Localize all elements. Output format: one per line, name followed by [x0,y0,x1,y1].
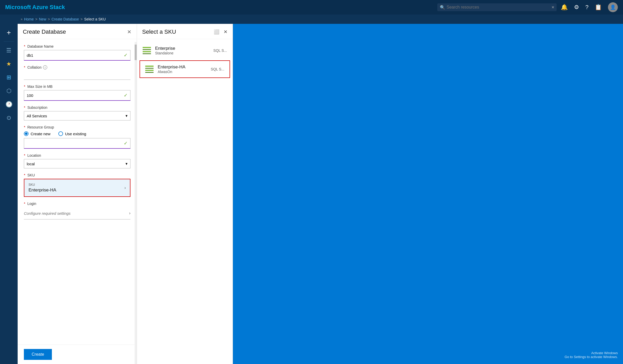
panel-header: Create Database ✕ [18,24,137,39]
use-existing-radio[interactable]: Use existing [58,131,86,136]
feedback-icon[interactable]: 📋 [595,4,602,11]
notifications-icon[interactable]: 🔔 [561,4,568,11]
sku-chevron-icon: › [124,185,126,190]
activate-windows-message: Activate Windows Go to Settings to activ… [565,351,618,359]
login-selector[interactable]: Configure required settings › [24,207,130,219]
location-chevron-icon: ▾ [126,161,128,166]
max-size-check-icon: ✓ [124,92,128,98]
sidebar-item-resources[interactable]: ⬡ [2,85,16,97]
panel-title: Create Database [23,28,66,35]
subscription-group: * Subscription All Services ▾ [24,105,130,120]
clock-icon: 🕐 [5,101,12,108]
breadcrumb-new[interactable]: New [39,17,46,21]
sku-item-enterprise-ha[interactable]: Enterprise-HA AlwasOn SQL S... [140,60,230,78]
database-name-input-row: db1 ✓ [24,50,130,61]
database-name-label: * Database Name [24,44,130,48]
sku-close-button[interactable]: ✕ [224,29,227,35]
right-area [233,24,623,364]
create-new-radio-circle [24,131,29,136]
globe-icon: ⊙ [6,115,11,121]
main-area: Create Database ✕ * Database Name db1 ✓ … [18,24,623,364]
collation-group: * Collation i SQL_Latin1_General_CP1_CI_… [24,65,130,80]
sidebar: + ☰ ★ ⊞ ⬡ 🕐 ⊙ [0,24,18,364]
max-size-field[interactable]: 100 [27,93,124,98]
sidebar-item-globe[interactable]: ⊙ [2,112,16,124]
location-dropdown[interactable]: local ▾ [24,159,130,168]
sku-item-enterprise[interactable]: Enterprise Standalone SQL S... [137,42,233,59]
sidebar-item-recent[interactable]: 🕐 [2,98,16,111]
sku-selector[interactable]: SKU Enterprise-HA › [24,179,130,197]
panel-footer: Create [18,345,137,364]
location-group: * Location local ▾ [24,153,130,168]
search-wrapper: 🔍 ✕ [437,3,557,11]
sku-panel-title: Select a SKU [142,28,176,35]
breadcrumb: » Home > New > Create Database > Select … [0,15,623,24]
database-name-check-icon: ✓ [124,52,128,58]
sidebar-item-menu[interactable]: ☰ [2,44,16,57]
resource-group-field[interactable]: sql-aoag-db [27,141,124,146]
breadcrumb-create-database[interactable]: Create Database [51,17,79,21]
search-input[interactable] [437,3,557,11]
panel-close-button[interactable]: ✕ [127,29,131,34]
login-chevron-icon: › [129,211,130,216]
search-clear-icon[interactable]: ✕ [551,5,555,9]
dropdown-chevron-icon: ▾ [126,113,128,118]
create-button[interactable]: Create [24,349,52,360]
settings-icon[interactable]: ⚙ [574,4,579,11]
resource-group-radio-group: Create new Use existing [24,131,130,136]
max-size-group: * Max Size in MB 100 ✓ [24,84,130,101]
subscription-dropdown[interactable]: All Services ▾ [24,111,130,120]
create-new-radio[interactable]: Create new [24,131,51,136]
star-icon: ★ [6,61,11,67]
topbar-icons: 🔔 ⚙ ? 📋 👤 [561,2,618,12]
scrollbar-track [135,42,137,364]
sidebar-plus-button[interactable]: + [2,26,16,39]
resource-group-input-row: sql-aoag-db ✓ [24,138,130,149]
plus-icon: + [7,28,11,37]
create-database-panel: Create Database ✕ * Database Name db1 ✓ … [18,24,137,364]
sidebar-item-favorites[interactable]: ★ [2,58,16,70]
select-sku-panel: Select a SKU ⬜ ✕ Enterprise Standalone [137,24,233,364]
database-name-field[interactable]: db1 [27,53,124,58]
menu-icon: ☰ [6,47,11,54]
use-existing-radio-circle [58,131,63,136]
scrollbar-thumb[interactable] [135,45,137,60]
panel-body: * Database Name db1 ✓ * Collation i SQL_… [18,39,137,345]
topbar: Microsoft Azure Stack 🔍 ✕ 🔔 ⚙ ? 📋 👤 [0,0,623,15]
resource-group-check-icon: ✓ [124,140,128,146]
sku-minimize-button[interactable]: ⬜ [214,29,219,35]
database-name-group: * Database Name db1 ✓ [24,44,130,61]
enterprise-ha-icon [145,66,154,73]
enterprise-icon [143,47,151,54]
max-size-input-row: 100 ✓ [24,90,130,101]
sku-group: * SKU SKU Enterprise-HA › [24,173,130,197]
sku-list: Enterprise Standalone SQL S... Enterpris… [137,39,233,82]
breadcrumb-home[interactable]: Home [24,17,34,21]
login-group: * Login Configure required settings › [24,202,130,219]
breadcrumb-current: Select a SKU [84,17,106,21]
search-icon: 🔍 [440,5,445,10]
help-icon[interactable]: ? [585,4,589,11]
collation-info-icon[interactable]: i [43,65,47,69]
sidebar-item-dashboard[interactable]: ⊞ [2,71,16,84]
dashboard-icon: ⊞ [6,74,11,81]
sku-panel-header: Select a SKU ⬜ ✕ [137,24,233,39]
resource-group-group: * Resource Group Create new Use existing… [24,125,130,149]
collation-field[interactable]: SQL_Latin1_General_CP1_CI_AS [24,71,130,80]
breadcrumb-chevron: » [21,17,23,21]
sku-panel-controls: ⬜ ✕ [214,29,227,35]
cube-icon: ⬡ [6,88,11,94]
avatar[interactable]: 👤 [608,2,618,12]
app-title: Microsoft Azure Stack [5,4,433,11]
sidebar-divider [4,41,14,42]
